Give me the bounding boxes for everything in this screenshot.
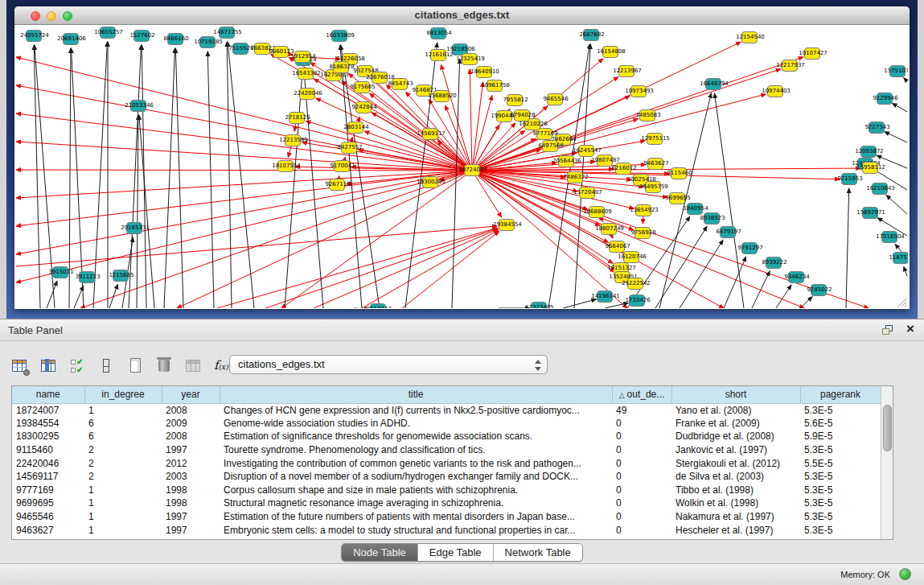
network-node[interactable]: 12975115: [647, 133, 663, 145]
table-row[interactable]: 969969511998Structural magnetic resonanc…: [12, 496, 881, 510]
network-node[interactable]: 8938923: [704, 212, 720, 225]
network-node[interactable]: 8454743: [392, 78, 408, 90]
tab-edge-table[interactable]: Edge Table: [418, 544, 494, 561]
network-node[interactable]: 9115460: [671, 167, 687, 179]
network-node[interactable]: 9346234: [788, 271, 804, 283]
network-node[interactable]: 14671355: [219, 27, 235, 39]
network-node[interactable]: 6794028: [514, 109, 530, 122]
network-node[interactable]: 12325419: [462, 53, 478, 65]
scrollbar-thumb[interactable]: [883, 405, 892, 451]
network-node[interactable]: 16495759: [645, 181, 661, 193]
tab-network-table[interactable]: Network Table: [494, 544, 582, 561]
table-vertical-scrollbar[interactable]: [881, 386, 893, 539]
network-node[interactable]: 16033809: [331, 30, 347, 42]
table-row[interactable]: 946554611997Estimation of the future num…: [12, 510, 881, 524]
select-columns-icon[interactable]: [40, 358, 58, 374]
network-node[interactable]: 16210643: [872, 183, 888, 195]
column-header-name[interactable]: name: [12, 386, 84, 403]
network-node[interactable]: 9170041: [334, 160, 350, 172]
network-node[interactable]: 2718126: [289, 112, 305, 124]
column-header-short[interactable]: short: [671, 386, 800, 403]
network-node[interactable]: 15688520: [433, 90, 450, 102]
network-node[interactable]: 22420046: [299, 88, 315, 100]
network-node[interactable]: 1527602: [133, 30, 150, 42]
network-node[interactable]: 9791297: [741, 242, 758, 254]
new-document-icon[interactable]: [127, 358, 145, 374]
network-node[interactable]: 10807487: [597, 154, 613, 167]
table-row[interactable]: 1938455462009Genome-wide association stu…: [12, 417, 881, 431]
table-row[interactable]: 1872400712008Changes of HCN gene express…: [12, 403, 881, 417]
network-node[interactable]: 9699695: [669, 192, 685, 204]
network-node[interactable]: 16154808: [602, 46, 618, 58]
network-node[interactable]: 9129946: [877, 93, 893, 105]
network-node[interactable]: 11323405: [531, 302, 547, 308]
network-node[interactable]: 20165331: [126, 222, 142, 234]
network-node[interactable]: 9463627: [647, 158, 663, 170]
network-window-titlebar[interactable]: citations_edges.txt: [14, 6, 910, 25]
network-node[interactable]: 20564436: [558, 155, 574, 167]
network-node[interactable]: 10107427: [804, 47, 820, 60]
network-node[interactable]: 15720407: [579, 187, 595, 199]
network-node[interactable]: 24055724: [26, 30, 42, 42]
network-node[interactable]: 3911213: [79, 271, 95, 283]
column-header-title[interactable]: title: [220, 386, 612, 403]
network-node[interactable]: 8813054: [430, 27, 446, 39]
network-node[interactable]: 2803144: [347, 122, 363, 134]
network-node[interactable]: 9213347: [370, 303, 386, 308]
network-node[interactable]: 9227343: [869, 122, 885, 134]
network-node[interactable]: 12213967: [618, 65, 634, 77]
tab-node-table[interactable]: Node Table: [342, 544, 418, 561]
column-header-out_de[interactable]: △out_de...: [612, 386, 671, 403]
table-header-row[interactable]: namein_degreeyeartitle△out_de...shortpag…: [12, 386, 881, 403]
network-node[interactable]: 18300295: [422, 176, 438, 188]
network-node[interactable]: 18724007: [464, 164, 480, 176]
network-node[interactable]: 8939222: [766, 257, 782, 269]
network-node[interactable]: 9660123: [273, 46, 289, 58]
network-node[interactable]: 10974403: [767, 85, 783, 97]
network-node[interactable]: 16245547: [578, 145, 594, 157]
network-node[interactable]: 6216012: [615, 163, 631, 175]
table-row[interactable]: 1830029562008Estimation of significance …: [12, 430, 881, 443]
network-node[interactable]: 7486322: [567, 171, 583, 183]
table-row[interactable]: 911546021997Tourette syndrome. Phenomeno…: [12, 443, 881, 457]
network-node[interactable]: 15692971: [862, 207, 878, 219]
network-node[interactable]: 9146821: [416, 84, 432, 97]
network-node[interactable]: 2687682: [583, 29, 599, 41]
network-node[interactable]: 1215685: [113, 270, 129, 282]
table-row[interactable]: 977716911998Corpus callosum shape and si…: [12, 484, 881, 497]
network-node[interactable]: 9242844: [355, 101, 372, 113]
network-node[interactable]: 10719185: [199, 36, 216, 48]
network-node[interactable]: 7663822: [254, 43, 270, 55]
rows-icon[interactable]: [98, 358, 116, 374]
network-node[interactable]: 9327548: [357, 65, 373, 77]
network-node[interactable]: 8186328: [333, 61, 349, 73]
network-node[interactable]: 9465546: [547, 93, 563, 105]
network-node[interactable]: 19904485: [496, 110, 512, 122]
network-node[interactable]: 16120746: [623, 251, 639, 263]
network-node[interactable]: 14196141: [597, 290, 613, 303]
network-node[interactable]: 6479197: [720, 226, 736, 238]
network-node[interactable]: 20691406: [63, 33, 79, 45]
network-node[interactable]: 16543382: [298, 68, 314, 80]
network-node[interactable]: 13654923: [635, 204, 651, 216]
network-node[interactable]: 9684067: [609, 241, 625, 253]
network-node[interactable]: 18640910: [476, 66, 492, 78]
network-node[interactable]: 9175685: [354, 81, 370, 93]
network-node[interactable]: 12161612: [430, 49, 446, 61]
network-node[interactable]: 7955812: [507, 94, 523, 106]
column-header-year[interactable]: year: [162, 386, 220, 403]
network-node[interactable]: 9756928: [634, 227, 651, 239]
network-canvas[interactable]: 2405572420691406106552571527602846616010…: [16, 25, 908, 308]
network-node[interactable]: 12154540: [741, 31, 758, 43]
table-selector-dropdown[interactable]: citations_edges.txt: [229, 355, 548, 374]
delete-icon[interactable]: [156, 358, 174, 374]
network-node[interactable]: 18107554: [277, 160, 294, 172]
column-header-pagerank[interactable]: pagerank: [800, 386, 881, 403]
network-node[interactable]: 15751074: [889, 65, 906, 77]
network-node[interactable]: 1840954: [687, 203, 703, 215]
network-node[interactable]: 12217937: [782, 60, 798, 72]
table-settings-icon[interactable]: [11, 358, 29, 374]
network-node[interactable]: 25222542: [627, 278, 643, 290]
network-node[interactable]: 18807249: [601, 223, 617, 235]
network-node[interactable]: 21053346: [130, 100, 146, 112]
